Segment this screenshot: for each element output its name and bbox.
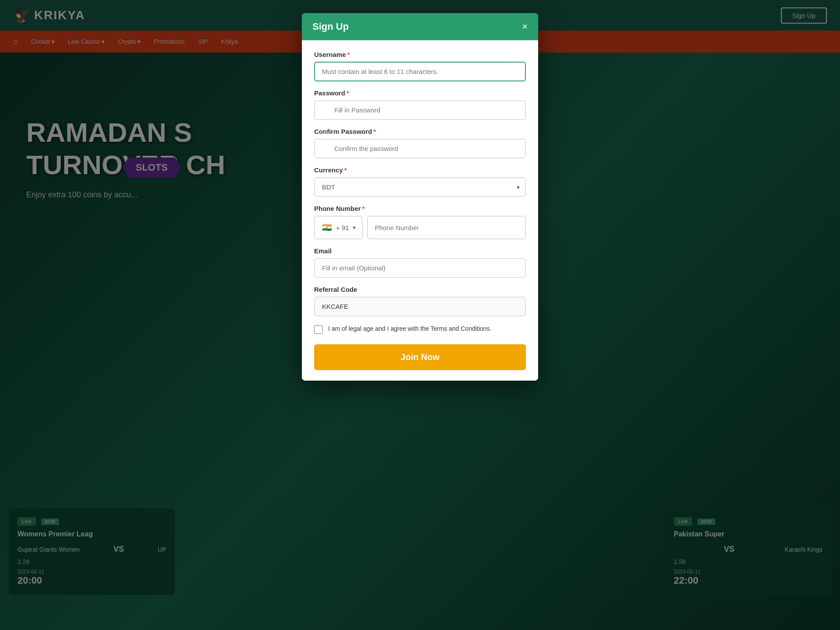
password-input-wrapper (314, 100, 526, 120)
password-label: Password* (314, 89, 526, 97)
modal-close-button[interactable]: × (522, 22, 528, 32)
referral-input[interactable] (314, 297, 526, 316)
phone-label: Phone Number* (314, 205, 526, 212)
currency-group: Currency* BDT USD INR ▾ (314, 166, 526, 197)
currency-label: Currency* (314, 166, 526, 174)
password-input[interactable] (314, 100, 526, 120)
terms-row: I am of legal age and I agree with the T… (314, 324, 526, 334)
country-code: + 91 (336, 224, 349, 231)
terms-label: I am of legal age and I agree with the T… (328, 324, 491, 333)
terms-checkbox[interactable] (314, 325, 323, 334)
phone-number-input[interactable] (367, 216, 526, 239)
email-label: Email (314, 247, 526, 255)
email-group: Email (314, 247, 526, 278)
username-input[interactable] (314, 62, 526, 81)
username-label: Username* (314, 51, 526, 58)
confirm-password-input-wrapper (314, 139, 526, 158)
modal-body: Username* Password* Confirm (302, 40, 538, 381)
confirm-password-group: Confirm Password* (314, 128, 526, 158)
password-group: Password* (314, 89, 526, 120)
referral-group: Referral Code (314, 286, 526, 316)
country-dropdown-icon: ▾ (353, 224, 356, 231)
email-input[interactable] (314, 258, 526, 278)
referral-label: Referral Code (314, 286, 526, 293)
username-group: Username* (314, 51, 526, 81)
modal-header: Sign Up × (302, 13, 538, 40)
signup-modal: Sign Up × Username* Password* (302, 13, 538, 381)
india-flag-icon: 🇮🇳 (321, 222, 332, 233)
join-now-button[interactable]: Join Now (314, 344, 526, 370)
currency-select-wrapper: BDT USD INR ▾ (314, 177, 526, 197)
modal-title: Sign Up (312, 21, 349, 32)
phone-country-selector[interactable]: 🇮🇳 + 91 ▾ (314, 216, 363, 239)
currency-select[interactable]: BDT USD INR (314, 177, 526, 197)
phone-group: Phone Number* 🇮🇳 + 91 ▾ (314, 205, 526, 239)
confirm-password-label: Confirm Password* (314, 128, 526, 135)
confirm-password-input[interactable] (314, 139, 526, 158)
phone-row: 🇮🇳 + 91 ▾ (314, 216, 526, 239)
